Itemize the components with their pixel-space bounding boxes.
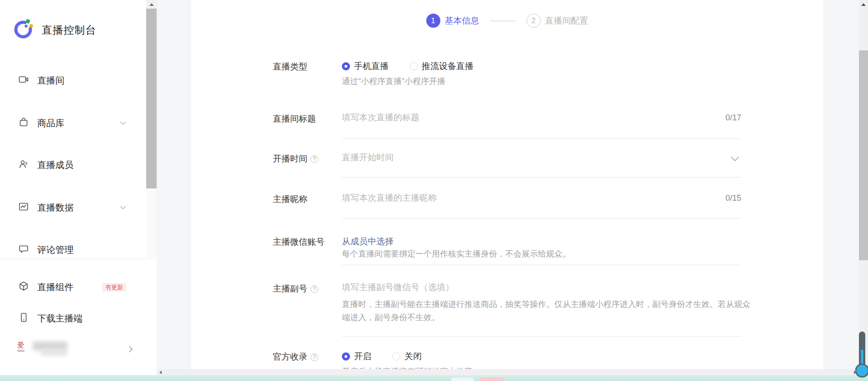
- chevron-down-icon: [120, 206, 126, 210]
- sidebar-item-live-data[interactable]: 直播数据: [18, 201, 126, 214]
- stepper-connector: [490, 20, 516, 21]
- redacted-account-name-2: [41, 350, 67, 356]
- label-text: 开播时间: [273, 153, 307, 165]
- nickname-label: 主播昵称: [273, 193, 307, 205]
- anchor-account-label: 主播微信账号: [273, 236, 325, 248]
- label-text: 主播昵称: [273, 193, 307, 205]
- sidebar-item-live-components[interactable]: 直播组件 有更新: [18, 281, 126, 293]
- nickname-counter: 0/15: [695, 193, 741, 203]
- vertical-scrollbar[interactable]: [859, 0, 868, 381]
- sidebar-item-download-anchor-app[interactable]: 下载主播端: [18, 312, 126, 325]
- thermometer-overlay-icon: [855, 331, 868, 381]
- radio-option-off[interactable]: 关闭: [392, 351, 422, 362]
- redacted-account-name: [33, 341, 67, 351]
- avatar-subtext-blur: [17, 350, 25, 352]
- help-question-icon[interactable]: ?: [311, 155, 318, 163]
- scroll-left-arrow-icon[interactable]: [159, 371, 162, 374]
- sidebar-item-label: 直播间: [37, 74, 64, 87]
- horizontal-scrollbar[interactable]: [157, 369, 859, 375]
- sidebar-scrollbar[interactable]: [146, 0, 157, 258]
- camera-icon: [18, 74, 29, 87]
- phone-icon: [18, 312, 29, 325]
- scroll-up-arrow-icon[interactable]: [861, 3, 866, 6]
- radio-label: 开启: [354, 351, 371, 362]
- help-question-icon[interactable]: ?: [311, 353, 318, 361]
- step-1-label: 基本信息: [445, 15, 479, 27]
- help-question-icon[interactable]: ?: [311, 285, 318, 293]
- field-underline: [342, 336, 741, 336]
- sidebar-item-label: 直播成员: [37, 159, 74, 171]
- radio-option-on[interactable]: 开启: [342, 351, 371, 362]
- live-type-label: 直播类型: [273, 61, 307, 73]
- radio-option-push-stream[interactable]: 推流设备直播: [409, 60, 473, 72]
- taskbar-button-light[interactable]: [451, 377, 474, 381]
- chevron-down-icon: [120, 121, 126, 125]
- radio-selected-icon[interactable]: [342, 352, 350, 361]
- chart-icon: [18, 201, 29, 214]
- step-room-config: 2 直播间配置: [527, 14, 588, 28]
- sidebar-item-label: 直播数据: [37, 202, 74, 214]
- label-text: 官方收录: [273, 351, 307, 363]
- field-underline: [342, 139, 741, 139]
- chevron-down-icon[interactable]: [730, 155, 740, 163]
- room-title-input[interactable]: [342, 111, 714, 124]
- field-underline: [342, 265, 741, 265]
- stepper: 1 基本信息 2 直播间配置: [191, 14, 823, 28]
- app-logo-icon: [14, 18, 35, 42]
- radio-unselected-icon[interactable]: [392, 352, 400, 361]
- sidebar-item-comment-management[interactable]: 评论管理: [18, 243, 126, 256]
- radio-label: 关闭: [404, 351, 422, 362]
- radio-unselected-icon[interactable]: [409, 62, 418, 70]
- sidebar-item-label: 直播组件: [37, 281, 74, 293]
- sidebar-item-label: 评论管理: [37, 244, 74, 256]
- step-basic-info: 1 基本信息: [426, 14, 479, 28]
- radio-label: 推流设备直播: [422, 60, 473, 72]
- radio-label: 手机直播: [354, 60, 389, 72]
- account-avatar: 爱: [17, 341, 28, 357]
- account-switcher[interactable]: 爱: [17, 340, 133, 359]
- sub-account-label: 主播副号 ?: [273, 283, 318, 295]
- label-text: 主播副号: [273, 283, 307, 295]
- sidebar-item-label: 下载主播端: [37, 312, 83, 325]
- update-badge: 有更新: [102, 283, 126, 292]
- field-underline: [342, 218, 741, 219]
- official-radio-group: 开启 关闭: [342, 351, 422, 362]
- cube-icon: [18, 281, 29, 293]
- sidebar-item-product-library[interactable]: 商品库: [18, 117, 126, 129]
- comment-icon: [18, 243, 29, 256]
- create-live-room-form: 1 基本信息 2 直播间配置 直播类型 手机直播 推流设备直播 通过“小程序直播…: [191, 0, 823, 369]
- sidebar-divider: [0, 259, 157, 259]
- taskbar-button-pink[interactable]: [480, 377, 504, 381]
- live-type-radio-group: 手机直播 推流设备直播: [342, 60, 473, 72]
- sub-account-input[interactable]: [342, 281, 714, 294]
- step-2-label: 直播间配置: [545, 15, 588, 27]
- radio-selected-icon[interactable]: [342, 62, 350, 70]
- radio-option-phone-live[interactable]: 手机直播: [342, 60, 389, 72]
- sidebar-item-live-room[interactable]: 直播间: [18, 74, 126, 87]
- step-2-circle: 2: [527, 14, 541, 28]
- triangle-up-icon: [149, 3, 154, 6]
- sidebar-scroll-up-button[interactable]: [146, 0, 157, 9]
- vertical-scrollbar-thumb[interactable]: [859, 50, 868, 260]
- bottom-taskbar-strip: [0, 375, 868, 381]
- start-time-select[interactable]: [342, 151, 714, 164]
- room-title-label: 直播间标题: [273, 113, 316, 125]
- sidebar-scrollbar-thumb[interactable]: [146, 9, 157, 188]
- shopping-bag-icon: [18, 117, 29, 129]
- label-text: 主播微信账号: [273, 236, 325, 248]
- sidebar: 直播控制台 直播间 商品库 直播成员: [0, 0, 157, 375]
- choose-from-members-link[interactable]: 从成员中选择: [342, 236, 394, 247]
- step-1-circle: 1: [426, 14, 440, 28]
- live-type-help: 通过“小程序直播”小程序开播: [342, 76, 445, 87]
- sidebar-item-live-members[interactable]: 直播成员: [18, 158, 126, 171]
- anchor-account-help: 每个直播间需要绑定一个用作核实主播身份，不会展示给观众。: [342, 248, 571, 259]
- official-label: 官方收录 ?: [273, 351, 318, 363]
- label-text: 直播类型: [273, 61, 307, 73]
- field-underline: [342, 177, 741, 178]
- official-help-clipped: 开启后本场直播将有可能被官方推荐: [342, 366, 473, 369]
- start-time-label: 开播时间 ?: [273, 153, 318, 165]
- nickname-input[interactable]: [342, 191, 714, 205]
- label-text: 直播间标题: [273, 113, 316, 125]
- app-title: 直播控制台: [42, 23, 96, 37]
- room-title-counter: 0/17: [695, 113, 741, 123]
